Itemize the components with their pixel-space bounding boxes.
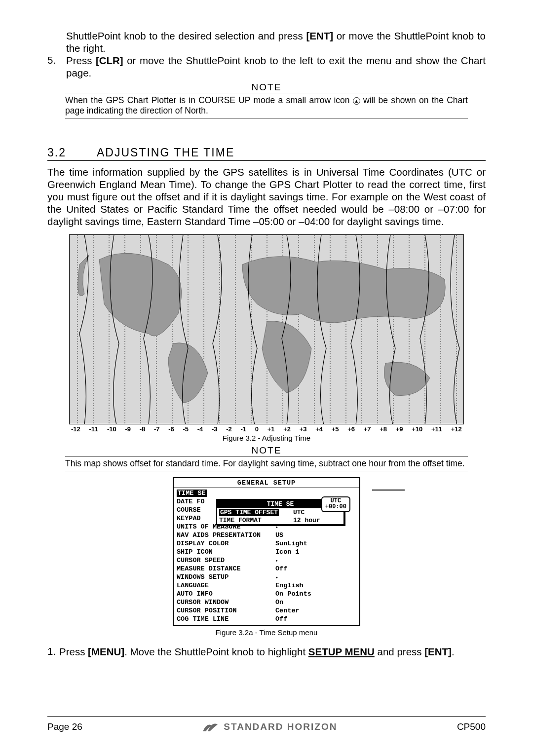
axis-tick: +6 bbox=[347, 425, 355, 433]
utc-value: +00:00 bbox=[325, 504, 346, 510]
axis-tick: +12 bbox=[451, 425, 462, 433]
menu-row-ship-icon[interactable]: SHIP ICONIcon 1 bbox=[177, 548, 356, 556]
menu-row-auto-info[interactable]: AUTO INFOOn Points bbox=[177, 590, 356, 598]
t: . Move the ShuttlePoint knob to highligh… bbox=[124, 646, 308, 657]
menu-label: MEASURE DISTANCE bbox=[177, 565, 275, 572]
step-5: 5. Press [CLR] or move the ShuttlePoint … bbox=[47, 54, 486, 79]
menu-row-cursor-position[interactable]: CURSOR POSITIONCenter bbox=[177, 606, 356, 615]
menu-label: WINDOWS SETUP bbox=[177, 573, 275, 581]
note-1-text: When the GPS Chart Plotter is in COURSE … bbox=[65, 95, 468, 116]
axis-tick: -6 bbox=[168, 425, 174, 433]
menu-row-nav-aids[interactable]: NAV AIDS PRESENTATIONUS bbox=[177, 531, 356, 539]
menu-value: Icon 1 bbox=[275, 548, 356, 556]
north-arrow-icon: ▲ bbox=[353, 97, 360, 105]
step-1: 1. Press [MENU]. Move the ShuttlePoint k… bbox=[47, 645, 486, 658]
menu-label: AUTO INFO bbox=[177, 590, 275, 598]
axis-tick: +2 bbox=[283, 425, 291, 433]
page-footer: Page 26 STANDARD HORIZON CP500 bbox=[47, 720, 486, 733]
figure-3-2: -12 -11 -10 -9 -8 -7 -6 -5 -4 -3 -2 -1 0… bbox=[47, 234, 486, 442]
section-number: 3.2 bbox=[47, 146, 97, 159]
menu-value: Center bbox=[275, 607, 356, 614]
axis-tick: +10 bbox=[412, 425, 422, 433]
note-1-text-a: When the GPS Chart Plotter is in COURSE … bbox=[65, 95, 353, 105]
note-1-label: NOTE bbox=[47, 82, 486, 93]
menu-label: DISPLAY COLOR bbox=[177, 540, 275, 547]
axis-tick: +3 bbox=[300, 425, 307, 433]
menu-row-display-color[interactable]: DISPLAY COLORSunLight bbox=[177, 539, 356, 548]
popup-row-time-format[interactable]: TIME FORMAT 12 hour bbox=[217, 516, 343, 524]
axis-tick: -1 bbox=[240, 425, 246, 433]
menu-row-windows-setup[interactable]: WINDOWS SETUP▸ bbox=[177, 573, 356, 581]
axis-tick: +9 bbox=[396, 425, 403, 433]
figure-3-2a-caption: Figure 3.2a - Time Setup menu bbox=[158, 628, 375, 637]
menu-label: CURSOR POSITION bbox=[177, 607, 275, 614]
time-setup-popup: TIME SE GPS TIME OFFSET UTC TIME FORMAT … bbox=[216, 499, 344, 525]
menu-row-language[interactable]: LANGUAGEEnglish bbox=[177, 581, 356, 590]
note-2-label: NOTE bbox=[47, 445, 486, 456]
menu-value: Off bbox=[275, 615, 356, 623]
menu-row-cursor-speed[interactable]: CURSOR SPEED▸ bbox=[177, 556, 356, 565]
axis-tick: +1 bbox=[267, 425, 275, 433]
brand-text: STANDARD HORIZON bbox=[224, 721, 337, 732]
section-title: ADJUSTING THE TIME bbox=[97, 146, 234, 159]
figure-3-2-caption: Figure 3.2 - Adjusting Time bbox=[47, 434, 486, 442]
menu-label: LANGUAGE bbox=[177, 582, 275, 589]
axis-tick: +8 bbox=[380, 425, 387, 433]
popup-label: GPS TIME OFFSET bbox=[219, 509, 279, 516]
brand-swoosh-icon bbox=[202, 720, 219, 733]
menu-value: SunLight bbox=[275, 540, 356, 547]
axis-tick: -7 bbox=[154, 425, 160, 433]
menu-label: CURSOR WINDOW bbox=[177, 599, 275, 606]
popup-value: UTC bbox=[293, 509, 305, 516]
menu-row-cursor-window[interactable]: CURSOR WINDOWOn bbox=[177, 598, 356, 606]
popup-value: 12 hour bbox=[293, 517, 320, 524]
menu-label: TIME SE bbox=[177, 490, 207, 497]
key-menu: [MENU] bbox=[88, 646, 124, 657]
key-ent: [ENT] bbox=[306, 30, 333, 41]
axis-tick: +4 bbox=[315, 425, 323, 433]
setup-menu-label: SETUP MENU bbox=[308, 646, 375, 657]
submenu-arrow-icon: ▸ bbox=[275, 558, 356, 564]
footer-rule bbox=[47, 716, 486, 717]
axis-tick: +7 bbox=[364, 425, 371, 433]
note-1-box: When the GPS Chart Plotter is in COURSE … bbox=[65, 93, 468, 118]
menu-label: NAV AIDS PRESENTATION bbox=[177, 531, 275, 539]
note-2-box: This map shows offset for standard time.… bbox=[65, 456, 468, 471]
axis-tick: -3 bbox=[212, 425, 218, 433]
menu-row-cog-time-line[interactable]: COG TIME LINEOff bbox=[177, 615, 356, 623]
step-5-number: 5. bbox=[47, 54, 66, 79]
key-clr: [CLR] bbox=[96, 55, 123, 66]
axis-tick: -5 bbox=[183, 425, 189, 433]
page-number: Page 26 bbox=[47, 721, 82, 732]
section-paragraph: The time information supplied by the GPS… bbox=[47, 166, 486, 227]
key-ent: [ENT] bbox=[424, 646, 452, 657]
menu-value: On bbox=[275, 599, 356, 606]
brand-logo: STANDARD HORIZON bbox=[202, 720, 337, 733]
menu-value: English bbox=[275, 582, 356, 589]
step-1-number: 1. bbox=[47, 645, 59, 658]
menu-value: On Points bbox=[275, 590, 356, 598]
t: and press bbox=[375, 646, 424, 657]
t: . bbox=[452, 646, 455, 657]
callout-line bbox=[372, 490, 405, 491]
axis-tick: -12 bbox=[71, 425, 80, 433]
axis-tick: -11 bbox=[89, 425, 98, 433]
note-2-text: This map shows offset for standard time.… bbox=[65, 458, 468, 469]
menu-value: Off bbox=[275, 565, 356, 572]
intro-continuation: ShuttlePoint knob to the desired selecti… bbox=[66, 30, 486, 54]
axis-tick: -10 bbox=[107, 425, 116, 433]
popup-label: TIME FORMAT bbox=[219, 517, 293, 524]
menu-value: US bbox=[275, 531, 356, 539]
t: Press bbox=[59, 646, 88, 657]
utc-badge: UTC +00:00 bbox=[321, 496, 350, 512]
general-setup-menu: GENERAL SETUP TIME SE DATE FO COURSE KEY… bbox=[173, 477, 360, 626]
menu-row-measure-distance[interactable]: MEASURE DISTANCEOff bbox=[177, 565, 356, 573]
axis-tick: -2 bbox=[226, 425, 232, 433]
section-header: 3.2 ADJUSTING THE TIME bbox=[47, 146, 486, 161]
menu-label: COG TIME LINE bbox=[177, 615, 275, 623]
world-timezone-map bbox=[69, 234, 464, 424]
model-number: CP500 bbox=[457, 721, 486, 732]
axis-tick: -9 bbox=[125, 425, 131, 433]
axis-tick: 0 bbox=[255, 425, 259, 433]
axis-tick: +11 bbox=[431, 425, 442, 433]
